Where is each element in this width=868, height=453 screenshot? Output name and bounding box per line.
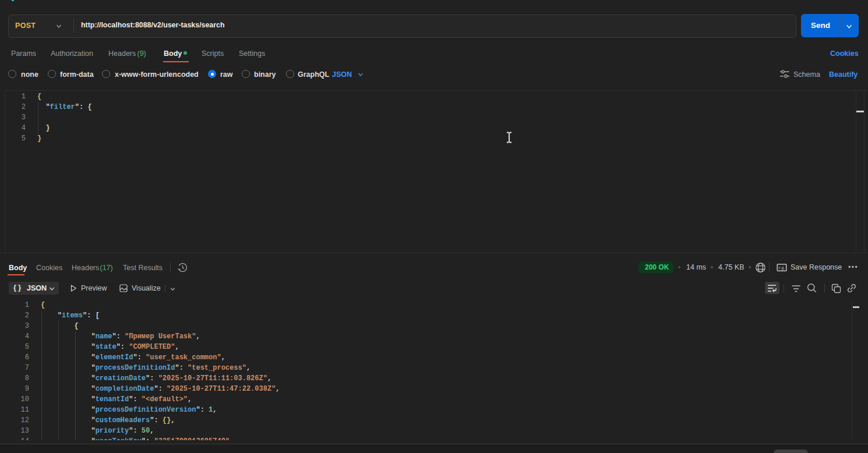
svg-text:e.g.: e.g. [779, 265, 785, 270]
